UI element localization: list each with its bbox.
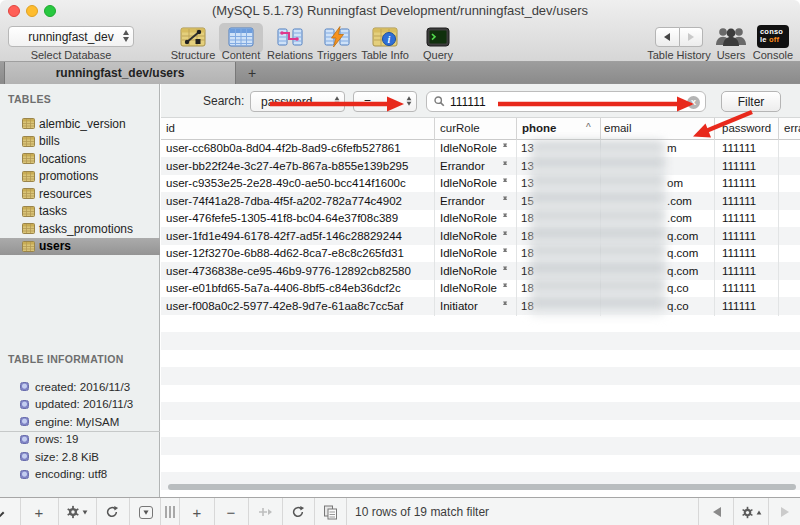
- remove-row-button[interactable]: −: [220, 498, 242, 525]
- users-toolbar-label[interactable]: Users: [711, 49, 751, 61]
- column-header-currole[interactable]: curRole: [440, 122, 480, 134]
- table-icon: [22, 241, 35, 252]
- cell-email-suffix: m: [667, 142, 677, 154]
- cell-id: user-e01bfd65-5a7a-4406-8bf5-c84eb36dcf2…: [166, 282, 401, 294]
- cell-currole: IdleNoRole: [440, 212, 497, 224]
- cell-email-suffix: .com: [667, 195, 692, 207]
- table-row[interactable]: user-74f41a28-7dba-4f5f-a202-782a774c490…: [161, 193, 800, 211]
- sidebar-item-resources[interactable]: resources: [0, 185, 160, 203]
- status-bar: + + − 10 rows: [0, 497, 800, 525]
- sidebar-item-locations[interactable]: locations: [0, 150, 160, 168]
- history-back-button[interactable]: [655, 27, 680, 47]
- column-header-email[interactable]: email: [604, 122, 631, 134]
- filter-value-text: 111111: [450, 95, 486, 109]
- sidebar-item-users[interactable]: users: [0, 238, 160, 256]
- table-icon: [22, 223, 35, 234]
- toolbar-item-query[interactable]: Query: [411, 49, 465, 61]
- horizontal-scrollbar-thumb[interactable]: [168, 484, 796, 490]
- clear-search-button[interactable]: x: [687, 96, 700, 109]
- info-bullet-icon: [20, 417, 29, 426]
- search-label: Search:: [203, 94, 244, 108]
- table-row[interactable]: user-c9353e25-2e28-49c0-ae50-bcc414f1600…: [161, 175, 800, 193]
- table-row[interactable]: user-4736838e-ce95-46b9-9776-12892cb8258…: [161, 263, 800, 281]
- cell-currole: IdleNoRole: [440, 247, 497, 259]
- sidebar-item-alembic_version[interactable]: alembic_version: [0, 115, 160, 133]
- table-row[interactable]: user-12f3270e-6b88-4d62-8ca7-e8c8c265fd3…: [161, 245, 800, 263]
- pane-splitter-handle[interactable]: [165, 506, 167, 518]
- toolbar-item-relations[interactable]: Relations: [263, 49, 317, 61]
- sidebar-item-bills[interactable]: bills: [0, 133, 160, 151]
- toolbar-item-structure[interactable]: Structure: [166, 49, 220, 61]
- table-history-segmented-control[interactable]: [655, 27, 703, 47]
- table-row[interactable]: user-cc680b0a-8d04-4f2b-8ad9-c6fefb52786…: [161, 140, 800, 158]
- cell-id: user-bb22f24e-3c27-4e7b-867a-b855e139b29…: [166, 160, 408, 172]
- info-bullet-icon: [20, 470, 29, 479]
- database-select-dropdown[interactable]: runningfast_dev: [8, 26, 134, 47]
- tab-active[interactable]: runningfast_dev/users: [4, 62, 236, 84]
- refresh-tables-icon[interactable]: [101, 498, 123, 525]
- copy-rows-icon[interactable]: [318, 498, 342, 525]
- sidebar-item-tasks_promotions[interactable]: tasks_promotions: [0, 220, 160, 238]
- next-page-button[interactable]: [773, 498, 797, 525]
- tables-header: TABLES: [8, 93, 51, 105]
- content-area: Search: password = 111111 x Filter id cu…: [161, 84, 800, 497]
- pagination-gear-icon[interactable]: [738, 498, 764, 525]
- cell-email-suffix: q.com: [667, 265, 698, 277]
- table-icon: [22, 118, 35, 129]
- window-title: (MySQL 5.1.73) Runningfast Development/r…: [0, 3, 800, 18]
- table-row[interactable]: user-f008a0c2-5977-42e8-9d7e-61aa8c7cc5a…: [161, 298, 800, 316]
- new-tab-button[interactable]: +: [240, 62, 264, 84]
- table-row[interactable]: user-476fefe5-1305-41f8-bc04-64e37f08c38…: [161, 210, 800, 228]
- search-icon: [434, 96, 445, 107]
- chevron-left-icon: [664, 33, 670, 41]
- filter-operator-dropdown[interactable]: =: [353, 91, 417, 112]
- cell-id: user-476fefe5-1305-41f8-bc04-64e37f08c38…: [166, 212, 398, 224]
- cell-password: 111111: [722, 300, 756, 312]
- table-icon: [22, 136, 35, 147]
- add-row-button[interactable]: +: [186, 498, 208, 525]
- filter-value-input[interactable]: 111111 x: [426, 91, 706, 112]
- add-table-button[interactable]: +: [28, 498, 50, 525]
- history-forward-button[interactable]: [680, 27, 704, 47]
- cell-email-suffix: om: [667, 177, 683, 189]
- table-row[interactable]: user-bb22f24e-3c27-4e7b-867a-b855e139b29…: [161, 158, 800, 176]
- column-header-phone[interactable]: phone: [522, 122, 557, 134]
- filter-field-dropdown[interactable]: password: [250, 91, 345, 112]
- cell-password: 111111: [722, 177, 756, 189]
- console-toolbar-label: Console: [749, 49, 797, 61]
- cell-password: 111111: [722, 160, 756, 172]
- table-info-item: size: 2.8 KiB: [20, 448, 99, 465]
- svg-text:i: i: [388, 34, 391, 45]
- sidebar-menu-icon[interactable]: [134, 498, 158, 525]
- info-bullet-icon: [20, 382, 29, 391]
- previous-page-button[interactable]: [705, 498, 729, 525]
- toolbar-item-content[interactable]: Content: [214, 49, 268, 61]
- cell-password: 111111: [722, 265, 756, 277]
- cell-password: 111111: [722, 282, 756, 294]
- console-icon[interactable]: console off: [757, 25, 789, 48]
- column-header-erra[interactable]: erra: [784, 122, 800, 134]
- toolbar-item-table-info[interactable]: Table Info: [358, 49, 412, 61]
- table-actions-gear-icon[interactable]: [64, 498, 90, 525]
- cell-currole: IdleNoRole: [440, 282, 497, 294]
- filter-bar: Search: password = 111111 x Filter: [161, 84, 800, 118]
- table-info-item: encoding: utf8: [20, 466, 107, 483]
- toolbar-item-triggers[interactable]: Triggers: [310, 49, 364, 61]
- users-icon[interactable]: [714, 25, 748, 52]
- cell-password: 111111: [722, 195, 756, 207]
- column-header-password[interactable]: password: [722, 122, 771, 134]
- cell-currole: Errandor: [440, 160, 485, 172]
- table-info-item: engine: MyISAM: [20, 413, 119, 430]
- refresh-rows-icon[interactable]: [287, 498, 309, 525]
- app-window: (MySQL 5.1.73) Runningfast Development/r…: [0, 0, 800, 525]
- table-icon: [22, 153, 35, 164]
- filter-button[interactable]: Filter: [721, 91, 781, 112]
- duplicate-row-icon[interactable]: [253, 498, 277, 525]
- table-row[interactable]: user-e01bfd65-5a7a-4406-8bf5-c84eb36dcf2…: [161, 280, 800, 298]
- sidebar-item-tasks[interactable]: tasks: [0, 203, 160, 221]
- sidebar-item-promotions[interactable]: promotions: [0, 168, 160, 186]
- table-row[interactable]: user-1fd1e494-6178-42f7-ad5f-146c2882924…: [161, 228, 800, 246]
- column-header-id[interactable]: id: [166, 122, 175, 134]
- chevron-updown-icon: [407, 96, 412, 106]
- cell-currole: IdleNoRole: [440, 230, 497, 242]
